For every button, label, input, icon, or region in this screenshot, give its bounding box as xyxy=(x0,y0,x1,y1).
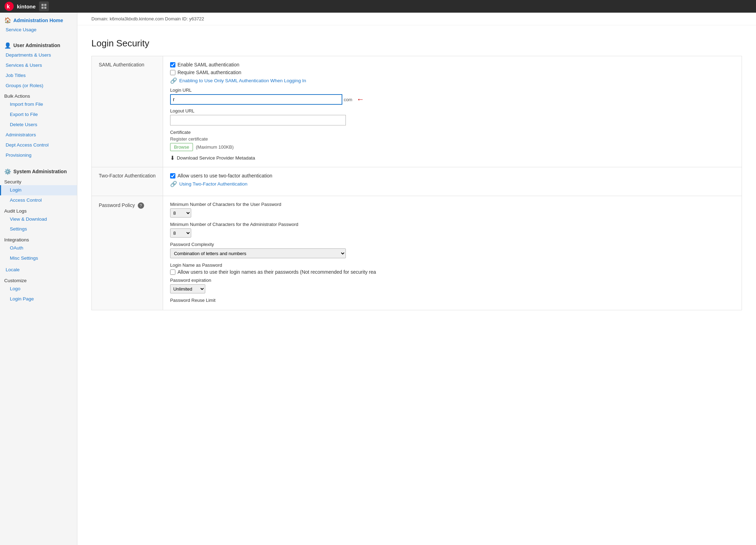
external-link-icon: 🔗 xyxy=(170,77,177,84)
red-arrow-icon: ← xyxy=(356,96,364,103)
sidebar-item-provisioning[interactable]: Provisioning xyxy=(0,150,77,161)
saml-require-row: Require SAML authentication xyxy=(170,70,735,75)
login-url-label: Login URL xyxy=(170,87,735,93)
download-icon: ⬇ xyxy=(170,155,175,161)
pw-complexity-row: Combination of letters and numbers Lette… xyxy=(170,248,735,258)
saml-row: SAML Authentication Enable SAML authenti… xyxy=(92,56,742,167)
sidebar-item-view-download[interactable]: View & Download xyxy=(0,214,77,225)
topbar: k kintone xyxy=(0,0,756,13)
sidebar-item-oauth[interactable]: OAuth xyxy=(0,243,77,253)
min-user-pw-row: 8 6 10 12 xyxy=(170,208,735,218)
settings-table: SAML Authentication Enable SAML authenti… xyxy=(91,56,742,310)
login-url-row: com ← xyxy=(170,94,735,105)
password-policy-content: Minimum Number of Characters for the Use… xyxy=(163,196,742,310)
login-name-pw-row: Allow users to use their login names as … xyxy=(170,269,735,275)
saml-require-checkbox[interactable] xyxy=(170,70,175,75)
puzzle-icon xyxy=(41,3,47,9)
sidebar-item-services-users[interactable]: Services & Users xyxy=(0,60,77,71)
download-row: ⬇ Download Service Provider Metadata xyxy=(170,155,735,161)
home-icon: 🏠 xyxy=(4,17,11,24)
two-factor-label: Allow users to use two-factor authentica… xyxy=(177,173,272,179)
browse-row: Browse (Maximum 100KB) xyxy=(170,143,735,151)
help-icon[interactable]: ? xyxy=(138,202,144,209)
min-user-pw-label: Minimum Number of Characters for the Use… xyxy=(170,202,735,207)
sidebar-item-login[interactable]: Login xyxy=(0,185,77,195)
saml-enable-checkbox[interactable] xyxy=(170,62,175,67)
sidebar-item-login-page[interactable]: Login Page xyxy=(0,294,77,304)
two-factor-checkbox[interactable] xyxy=(170,173,175,179)
saml-info-link[interactable]: Enabling to Use Only SAML Authentication… xyxy=(179,78,306,83)
min-admin-pw-row: 8 6 10 12 xyxy=(170,228,735,238)
pw-expiration-select[interactable]: Unlimited 30 days 60 days 90 days 180 da… xyxy=(170,284,205,293)
two-factor-row: Two-Factor Authentication Allow users to… xyxy=(92,167,742,196)
sidebar-item-job-titles[interactable]: Job Titles xyxy=(0,71,77,81)
sidebar-admin-home[interactable]: 🏠 Administration Home xyxy=(0,13,77,25)
user-admin-icon: 👤 xyxy=(4,42,11,49)
two-factor-enable-row: Allow users to use two-factor authentica… xyxy=(170,173,735,179)
sidebar-item-logo[interactable]: Logo xyxy=(0,284,77,294)
sidebar-system-admin-header: ⚙️ System Administration xyxy=(0,164,77,176)
two-factor-row-content: Allow users to use two-factor authentica… xyxy=(163,167,742,196)
sidebar-integrations-label: Integrations xyxy=(0,234,77,243)
domain-bar: Domain: k6mola3ldxdb.kintone.com Domain … xyxy=(77,13,756,25)
pw-complexity-select[interactable]: Combination of letters and numbers Lette… xyxy=(170,248,346,258)
saml-row-content: Enable SAML authentication Require SAML … xyxy=(163,56,742,167)
max-size-text: (Maximum 100KB) xyxy=(196,144,234,150)
download-label: Download Service Provider Metadata xyxy=(177,155,255,161)
pw-expiration-label: Password expiration xyxy=(170,278,735,283)
register-cert-label: Register certificate xyxy=(170,136,735,142)
sidebar-item-import-from-file[interactable]: Import from File xyxy=(0,99,77,110)
sidebar-security-label: Security xyxy=(0,176,77,185)
password-policy-row: Password Policy ? Minimum Number of Char… xyxy=(92,196,742,310)
topbar-extra-icon[interactable] xyxy=(39,1,49,11)
pw-expiration-row: Unlimited 30 days 60 days 90 days 180 da… xyxy=(170,284,735,293)
sidebar-item-service-usage[interactable]: Service Usage xyxy=(0,25,77,35)
sidebar-item-misc-settings[interactable]: Misc Settings xyxy=(0,253,77,264)
sidebar-item-dept-access-control[interactable]: Dept Access Control xyxy=(0,140,77,150)
sidebar-item-export-to-file[interactable]: Export to File xyxy=(0,110,77,120)
sidebar-customize-label: Customize xyxy=(0,275,77,284)
min-admin-pw-select[interactable]: 8 6 10 12 xyxy=(170,228,191,238)
svg-text:k: k xyxy=(7,4,10,9)
min-user-pw-select[interactable]: 8 6 10 12 xyxy=(170,208,191,218)
login-url-suffix: com xyxy=(344,97,353,102)
two-factor-row-label: Two-Factor Authentication xyxy=(92,167,163,196)
sidebar-audit-logs-label: Audit Logs xyxy=(0,206,77,214)
sidebar-item-settings[interactable]: Settings xyxy=(0,224,77,234)
gear-icon: ⚙️ xyxy=(4,168,11,175)
login-name-pw-desc: Allow users to use their login names as … xyxy=(177,269,376,275)
pw-reuse-label: Password Reuse Limit xyxy=(170,298,735,303)
sidebar-item-locale[interactable]: Locale xyxy=(0,265,77,275)
saml-row-label: SAML Authentication xyxy=(92,56,163,167)
two-factor-link[interactable]: Using Two-Factor Authentication xyxy=(179,181,247,187)
two-factor-external-link-icon: 🔗 xyxy=(170,181,177,187)
admin-home-label: Administration Home xyxy=(13,18,63,23)
svg-rect-2 xyxy=(41,4,44,6)
login-name-pw-checkbox[interactable] xyxy=(170,270,175,275)
saml-enable-label: Enable SAML authentication xyxy=(177,62,239,67)
kintone-logo-icon: k xyxy=(4,1,14,11)
pw-complexity-label: Password Complexity xyxy=(170,242,735,247)
page-title: Login Security xyxy=(91,38,742,49)
logout-url-input[interactable] xyxy=(170,115,346,125)
saml-link-row: 🔗 Enabling to Use Only SAML Authenticati… xyxy=(170,77,735,84)
login-url-input[interactable] xyxy=(170,94,342,105)
app-name: kintone xyxy=(17,4,35,9)
sidebar-bulk-actions-label: Bulk Actions xyxy=(0,91,77,99)
two-factor-link-row: 🔗 Using Two-Factor Authentication xyxy=(170,181,735,187)
sidebar-item-groups-roles[interactable]: Groups (or Roles) xyxy=(0,81,77,91)
svg-rect-5 xyxy=(44,7,46,9)
login-name-pw-label: Login Name as Password xyxy=(170,262,735,268)
certificate-label: Certificate xyxy=(170,130,735,135)
app-logo: k kintone xyxy=(4,1,35,11)
browse-button[interactable]: Browse xyxy=(170,143,193,151)
sidebar: 🏠 Administration Home Service Usage 👤 Us… xyxy=(0,13,77,545)
saml-enable-row: Enable SAML authentication xyxy=(170,62,735,67)
logout-url-label: Logout URL xyxy=(170,108,735,113)
sidebar-item-administrators[interactable]: Administrators xyxy=(0,130,77,140)
svg-rect-3 xyxy=(44,4,46,6)
sidebar-item-departments-users[interactable]: Departments & Users xyxy=(0,50,77,60)
sidebar-user-admin-header: 👤 User Administration xyxy=(0,38,77,50)
sidebar-item-delete-users[interactable]: Delete Users xyxy=(0,120,77,130)
sidebar-item-access-control[interactable]: Access Control xyxy=(0,195,77,206)
